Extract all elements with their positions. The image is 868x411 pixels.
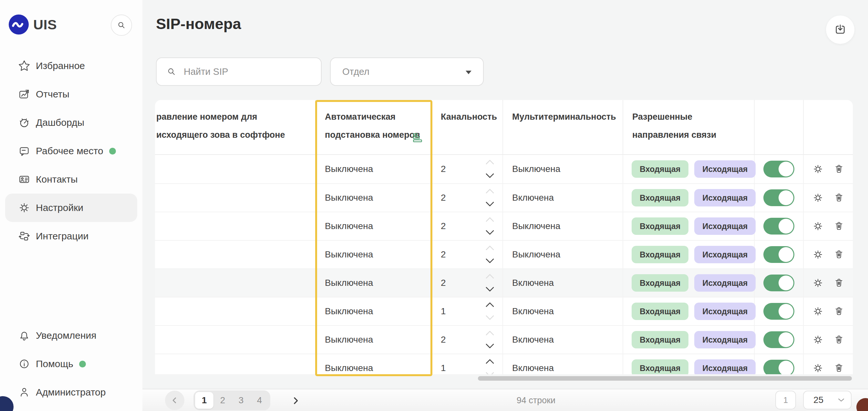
- row-settings-button[interactable]: [812, 220, 824, 232]
- stepper-up-button[interactable]: [486, 189, 495, 194]
- row-delete-button[interactable]: [833, 164, 844, 174]
- column-header-channels: Канальность: [432, 100, 503, 154]
- logo-text: UIS: [33, 17, 57, 33]
- cell-multiterminal: Выключена: [503, 212, 623, 240]
- row-settings-button[interactable]: [812, 362, 824, 374]
- stepper-up-button[interactable]: [486, 160, 495, 165]
- stepper-down-button[interactable]: [486, 202, 495, 207]
- sidebar-item-integrations[interactable]: Интеграции: [5, 222, 137, 250]
- row-settings-button[interactable]: [812, 334, 824, 345]
- direction-badge-incoming: Входящая: [631, 246, 688, 263]
- row-delete-button[interactable]: [833, 306, 844, 317]
- cell-number-control: [155, 354, 316, 374]
- brand-logo-icon: [9, 14, 29, 35]
- gear-icon: [812, 334, 824, 345]
- gear-icon: [812, 192, 824, 204]
- sidebar-item-workspace[interactable]: Рабочее место: [5, 137, 137, 165]
- row-delete-button[interactable]: [833, 334, 844, 345]
- row-enabled-toggle[interactable]: [764, 360, 795, 374]
- sidebar-item-dashboards[interactable]: Дашборды: [5, 108, 137, 137]
- cell-number-control: [155, 155, 316, 183]
- cell-actions: [804, 241, 853, 268]
- prev-page-button[interactable]: [165, 391, 184, 410]
- cell-number-control: [155, 326, 316, 353]
- toggle-knob: [779, 304, 794, 319]
- cell-channels: 1: [432, 354, 503, 374]
- row-settings-button[interactable]: [812, 277, 824, 289]
- stepper-up-button[interactable]: [486, 359, 495, 364]
- trash-icon: [833, 164, 844, 174]
- export-download-button[interactable]: [826, 15, 855, 44]
- sidebar-item-info[interactable]: Помощь: [5, 350, 137, 378]
- horizontal-scrollbar[interactable]: [478, 376, 852, 381]
- sidebar-item-label: Дашборды: [36, 117, 84, 128]
- row-enabled-toggle[interactable]: [764, 331, 795, 348]
- row-enabled-toggle[interactable]: [764, 275, 795, 291]
- row-enabled-toggle[interactable]: [764, 161, 795, 177]
- row-enabled-toggle[interactable]: [764, 246, 795, 263]
- sidebar-item-settings[interactable]: Настройки: [5, 194, 137, 222]
- stepper-down-button[interactable]: [486, 230, 495, 235]
- row-settings-button[interactable]: [812, 306, 824, 317]
- stepper-up-button[interactable]: [486, 245, 495, 251]
- stepper-down-button[interactable]: [486, 344, 495, 349]
- toggle-knob: [779, 361, 794, 374]
- logo[interactable]: UIS: [9, 14, 57, 35]
- row-enabled-toggle[interactable]: [764, 218, 795, 235]
- row-enabled-toggle[interactable]: [764, 190, 795, 206]
- stepper-down-button[interactable]: [486, 287, 495, 292]
- search-icon: [117, 20, 126, 30]
- row-settings-button[interactable]: [812, 163, 824, 175]
- stepper-down-button[interactable]: [486, 315, 495, 320]
- trash-icon: [833, 363, 844, 374]
- trash-icon: [833, 306, 844, 317]
- direction-badge-incoming: Входящая: [631, 160, 688, 178]
- sidebar-item-star[interactable]: Избранное: [5, 52, 137, 80]
- sidebar-item-label: Уведомления: [36, 330, 97, 341]
- stepper-up-button[interactable]: [486, 331, 495, 336]
- row-delete-button[interactable]: [833, 221, 844, 232]
- page-button-2[interactable]: 2: [213, 392, 232, 409]
- stepper-up-button[interactable]: [486, 217, 495, 222]
- page-number-input[interactable]: 1: [775, 391, 796, 409]
- sidebar-item-reports[interactable]: Отчеты: [5, 80, 137, 108]
- stepper-down-button[interactable]: [486, 372, 495, 374]
- page-button-1[interactable]: 1: [195, 392, 213, 409]
- sip-search-field[interactable]: [156, 58, 321, 86]
- row-delete-button[interactable]: [833, 277, 844, 288]
- row-delete-button[interactable]: [833, 249, 844, 260]
- table-header-row: равление номером для исходящего зова в с…: [155, 100, 853, 155]
- channels-value: 1: [441, 306, 446, 316]
- channels-value: 2: [441, 249, 446, 260]
- sidebar-item-contacts[interactable]: Контакты: [5, 165, 137, 194]
- stepper-down-button[interactable]: [486, 259, 495, 264]
- cell-multiterminal: Включена: [503, 184, 623, 212]
- multiterminal-value: Выключена: [512, 249, 560, 260]
- stepper-down-button[interactable]: [486, 173, 495, 178]
- row-settings-button[interactable]: [812, 192, 824, 204]
- gear-icon: [812, 362, 824, 374]
- page-size-select[interactable]: 25: [803, 391, 851, 409]
- sidebar-item-bell[interactable]: Уведомления: [5, 321, 137, 350]
- stepper-up-button[interactable]: [486, 302, 495, 307]
- table-row: Выключена2ВыключенаВходящаяИсходящая: [155, 240, 853, 268]
- search-input[interactable]: [183, 66, 301, 77]
- sort-bars-icon[interactable]: [413, 130, 423, 148]
- multiterminal-value: Выключена: [512, 221, 560, 231]
- cell-auto-substitution: Выключена: [316, 354, 432, 374]
- dashboards-icon: [18, 116, 31, 129]
- row-settings-button[interactable]: [812, 249, 824, 260]
- sidebar-item-label: Контакты: [36, 174, 78, 185]
- page-button-4[interactable]: 4: [250, 392, 269, 409]
- row-delete-button[interactable]: [833, 192, 844, 203]
- next-page-button[interactable]: [288, 389, 303, 411]
- cell-directions: ВходящаяИсходящая: [623, 155, 755, 183]
- stepper-up-button[interactable]: [486, 274, 495, 279]
- page-button-3[interactable]: 3: [232, 392, 250, 409]
- sidebar-search-button[interactable]: [111, 14, 132, 36]
- row-enabled-toggle[interactable]: [764, 303, 795, 320]
- department-select[interactable]: Отдел: [330, 58, 484, 86]
- sidebar-item-user[interactable]: Администратор: [5, 378, 137, 407]
- row-delete-button[interactable]: [833, 363, 844, 374]
- page-number-group: 1234: [193, 390, 270, 410]
